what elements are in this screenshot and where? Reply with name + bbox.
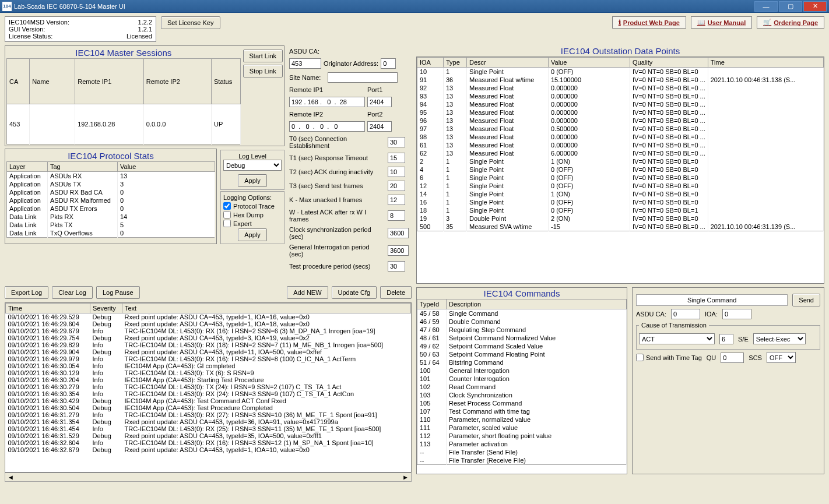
export-log-button[interactable]: Export Log: [5, 286, 48, 299]
table-row[interactable]: 107Test Command with time tag: [417, 407, 627, 415]
table-row[interactable]: 111Parameter, scaled value: [417, 424, 627, 432]
log-area[interactable]: TimeSeverityText09/10/2021 16:46:29.529D…: [5, 302, 412, 473]
table-row[interactable]: 161Single Point0 (OFF)IV=0 NT=0 SB=0 BL=…: [417, 198, 824, 206]
table-row[interactable]: 09/10/2021 16:46:31.454InfoTRC-IEC104M D…: [6, 425, 411, 432]
table-row[interactable]: 101Single Point0 (OFF)IV=0 NT=0 SB=0 BL=…: [417, 68, 824, 76]
table-row[interactable]: 09/10/2021 16:46:29.904DebugRxed point u…: [6, 348, 411, 355]
sessions-table[interactable]: CANameRemote IP1Remote IP2Status453192.1…: [6, 58, 241, 144]
t3-input[interactable]: [388, 181, 405, 191]
table-row[interactable]: 09/10/2021 16:46:31.529DebugRxed point u…: [6, 432, 411, 439]
k-input[interactable]: [388, 195, 405, 205]
scs-select[interactable]: OFF: [767, 352, 796, 363]
table-row[interactable]: 21Single Point1 (ON)IV=0 NT=0 SB=0 BL=0: [417, 157, 824, 165]
se-select[interactable]: Select-Exec: [753, 333, 806, 344]
table-row[interactable]: --File Transfer (Receive File): [417, 456, 627, 465]
maximize-button[interactable]: ▢: [779, 1, 802, 12]
table-row[interactable]: 51 / 64Bitstring Command: [417, 358, 627, 366]
table-row[interactable]: 50 / 63Setpoint Command Floating Point: [417, 350, 627, 358]
expert-checkbox[interactable]: Expert: [223, 220, 282, 227]
table-row[interactable]: 9136Measured Float w/time15.100000IV=0 N…: [417, 76, 824, 84]
log-pause-button[interactable]: Log Pause: [96, 286, 140, 299]
table-row[interactable]: Data LinkPkts TX5: [7, 221, 215, 229]
order-link[interactable]: 🛒Ordering Page: [757, 16, 824, 29]
table-row[interactable]: --File Transfer (Send File): [417, 448, 627, 456]
table-row[interactable]: 9713Measured Float0.500000IV=0 NT=0 SB=0…: [417, 125, 824, 133]
table-row[interactable]: 141Single Point1 (ON)IV=0 NT=0 SB=0 BL=0: [417, 190, 824, 198]
table-row[interactable]: 113Parameter activation: [417, 440, 627, 448]
clear-log-button[interactable]: Clear Log: [52, 286, 93, 299]
gi-input[interactable]: [388, 245, 409, 256]
table-row[interactable]: 09/10/2021 16:46:32.679DebugRxed point u…: [6, 446, 411, 453]
table-row[interactable]: 453192.168.0.280.0.0.0UP: [7, 104, 241, 144]
table-row[interactable]: 41Single Point0 (OFF)IV=0 NT=0 SB=0 BL=0: [417, 165, 824, 174]
apply-loglevel-button[interactable]: Apply: [238, 174, 267, 187]
rip1-input[interactable]: [289, 97, 365, 107]
table-row[interactable]: 45 / 58Single Command: [417, 309, 627, 318]
manual-link[interactable]: 📖User Manual: [691, 16, 752, 29]
cmd-asdu-input[interactable]: [671, 309, 700, 319]
set-license-button[interactable]: Set License Key: [161, 16, 220, 29]
table-row[interactable]: 09/10/2021 16:46:29.829InfoTRC-IEC104M D…: [6, 341, 411, 348]
add-new-button[interactable]: Add NEW: [287, 286, 328, 299]
table-row[interactable]: 09/10/2021 16:46:30.504DebugIEC104M App …: [6, 404, 411, 411]
cot-num-input[interactable]: [719, 334, 733, 344]
table-row[interactable]: 46 / 59Double Command: [417, 318, 627, 326]
start-link-button[interactable]: Start Link: [243, 50, 283, 62]
close-button[interactable]: ✕: [803, 1, 827, 12]
minimize-button[interactable]: —: [754, 1, 778, 12]
send-button[interactable]: Send: [792, 294, 820, 306]
table-row[interactable]: 9413Measured Float0.000000IV=0 NT=0 SB=0…: [417, 100, 824, 108]
table-row[interactable]: 9813Measured Float0.000000IV=0 NT=0 SB=0…: [417, 133, 824, 141]
table-row[interactable]: 9513Measured Float0.000000IV=0 NT=0 SB=0…: [417, 108, 824, 117]
table-row[interactable]: ApplicationASDU RX Bad CA0: [7, 188, 215, 196]
table-row[interactable]: 9213Measured Float0.000000IV=0 NT=0 SB=0…: [417, 84, 824, 92]
table-row[interactable]: 49 / 62Setpoint Command Scaled Value: [417, 342, 627, 350]
table-row[interactable]: 09/10/2021 16:46:32.604InfoTRC-IEC104M D…: [6, 439, 411, 446]
table-row[interactable]: 09/10/2021 16:46:29.754DebugRxed point u…: [6, 334, 411, 341]
table-row[interactable]: 48 / 61Setpoint Command Normalized Value: [417, 334, 627, 342]
delete-button[interactable]: Delete: [380, 286, 412, 299]
w-input[interactable]: [388, 210, 405, 221]
table-row[interactable]: 101Counter Interrogation: [417, 375, 627, 383]
loglevel-select[interactable]: Debug: [223, 160, 282, 171]
orig-input[interactable]: [381, 58, 396, 69]
qu-input[interactable]: [721, 353, 744, 363]
table-row[interactable]: 9613Measured Float0.000000IV=0 NT=0 SB=0…: [417, 117, 824, 125]
table-row[interactable]: 105Reset Process Command: [417, 399, 627, 407]
table-row[interactable]: 09/10/2021 16:46:29.604DebugRxed point u…: [6, 320, 411, 327]
commands-table[interactable]: TypeIdDescription45 / 58Single Command46…: [417, 299, 627, 465]
port1-input[interactable]: [367, 97, 392, 107]
stop-link-button[interactable]: Stop Link: [243, 65, 283, 77]
table-row[interactable]: Data LinkPkts RX14: [7, 213, 215, 221]
table-row[interactable]: 09/10/2021 16:46:31.279InfoTRC-IEC104M D…: [6, 411, 411, 418]
table-row[interactable]: 103Clock Synchronization: [417, 391, 627, 399]
table-row[interactable]: 09/10/2021 16:46:30.429DebugIEC104M App …: [6, 397, 411, 404]
table-row[interactable]: 9313Measured Float0.000000IV=0 NT=0 SB=0…: [417, 92, 824, 100]
table-row[interactable]: 09/10/2021 16:46:30.354InfoTRC-IEC104M D…: [6, 390, 411, 397]
port2-input[interactable]: [367, 121, 392, 132]
t2-input[interactable]: [388, 167, 405, 177]
apply-logopts-button[interactable]: Apply: [238, 228, 267, 241]
table-row[interactable]: 50035Measured SVA w/time-15IV=0 NT=0 SB=…: [417, 223, 824, 231]
timetag-checkbox[interactable]: Send with Time Tag: [636, 354, 702, 361]
table-row[interactable]: ApplicationASDU RX Malformed0: [7, 196, 215, 205]
product-link[interactable]: ℹProduct Web Page: [612, 16, 686, 29]
table-row[interactable]: ApplicationASDUs RX13: [7, 172, 215, 181]
datapoints-table[interactable]: IOATypeDescrValueQualityTime101Single Po…: [417, 57, 824, 231]
table-row[interactable]: 100General Interrogation: [417, 366, 627, 375]
table-row[interactable]: 47 / 60Regulating Step Command: [417, 326, 627, 334]
table-row[interactable]: 09/10/2021 16:46:29.979InfoTRC-IEC104M D…: [6, 355, 411, 362]
tp-input[interactable]: [388, 261, 405, 272]
table-row[interactable]: 110Parameter, normalized value: [417, 415, 627, 424]
t0-input[interactable]: [388, 137, 405, 147]
rip2-input[interactable]: [289, 121, 365, 132]
t1-input[interactable]: [388, 153, 405, 163]
table-row[interactable]: 09/10/2021 16:46:29.529DebugRxed point u…: [6, 313, 411, 321]
table-row[interactable]: 09/10/2021 16:46:30.054InfoIEC104M App (…: [6, 362, 411, 369]
hex-checkbox[interactable]: Hex Dump: [223, 211, 282, 218]
table-row[interactable]: 09/10/2021 16:46:30.129InfoTRC-IEC104M D…: [6, 369, 411, 376]
table-row[interactable]: 193Double Point2 (ON)IV=0 NT=0 SB=0 BL=0: [417, 214, 824, 223]
table-row[interactable]: 121Single Point0 (OFF)IV=0 NT=0 SB=0 BL=…: [417, 182, 824, 190]
table-row[interactable]: 09/10/2021 16:46:31.354DebugRxed point u…: [6, 418, 411, 425]
table-row[interactable]: ApplicationASDUs TX3: [7, 180, 215, 188]
